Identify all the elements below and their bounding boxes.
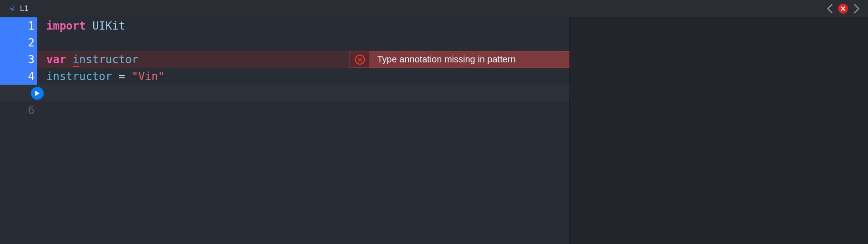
chevron-right-icon [853,4,859,13]
chevron-left-icon [827,4,833,13]
line-number[interactable]: 2 [0,34,37,51]
code-area[interactable]: import UIKitvar instructorinstructor = "… [46,17,569,118]
code-line[interactable] [46,102,569,118]
line-number[interactable]: 6 [0,102,37,118]
main-area: 1234 6 import UIKitvar instructorinstruc… [0,17,868,244]
breadcrumb-bar: L1 [0,0,868,17]
breadcrumb-label: L1 [20,4,29,13]
inline-error-text-box: Type annotation missing in pattern [369,51,569,68]
results-sidebar [570,17,868,244]
inline-error-message: Type annotation missing in pattern [377,54,516,65]
line-number[interactable]: 1 [0,17,37,34]
gutter: 1234 6 [0,17,37,244]
play-icon [35,90,40,97]
gutter-run-row [0,85,37,102]
line-number[interactable]: 3 [0,51,37,68]
code-line[interactable] [46,34,569,51]
error-circle-icon [355,55,365,65]
code-editor[interactable]: 1234 6 import UIKitvar instructorinstruc… [0,17,570,244]
inline-error-icon-box [349,51,369,68]
nav-forward-button[interactable] [850,2,863,15]
code-line[interactable]: instructor = "Vin" [46,68,569,85]
error-status-badge[interactable] [838,4,848,14]
nav-controls [823,2,863,15]
nav-back-button[interactable] [823,2,836,15]
code-line[interactable]: import UIKit [46,17,569,34]
breadcrumb[interactable]: L1 [5,4,29,14]
line-number[interactable]: 4 [0,68,37,85]
inline-error-banner[interactable]: Type annotation missing in pattern [349,51,569,68]
swift-icon [5,4,15,14]
code-line[interactable] [46,85,569,102]
error-icon [840,6,846,11]
run-button[interactable] [31,87,44,100]
